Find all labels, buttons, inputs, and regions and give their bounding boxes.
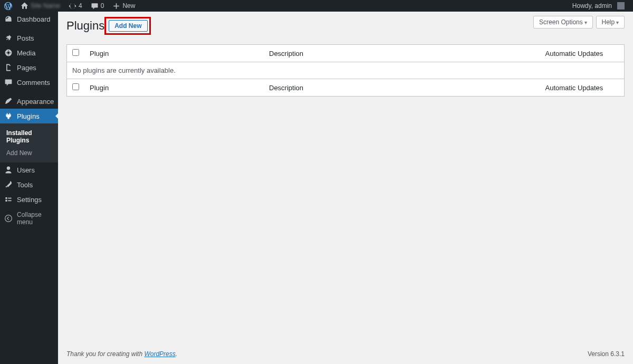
howdy-text: Howdy, admin (572, 2, 612, 9)
admin-footer: Thank you for creating with WordPress. V… (58, 346, 633, 364)
update-icon (69, 2, 76, 10)
plugins-submenu: Installed Plugins Add New (0, 123, 58, 162)
submenu-add-new[interactable]: Add New (0, 147, 58, 159)
submenu-installed-plugins[interactable]: Installed Plugins (0, 127, 58, 147)
sidebar-item-label: Tools (17, 181, 33, 189)
comment-icon (4, 78, 13, 87)
pin-icon (4, 34, 13, 42)
updates-link[interactable]: 4 (64, 0, 87, 12)
plugins-table: Plugin Description Automatic Updates No … (66, 44, 625, 97)
plus-icon (112, 2, 120, 10)
sidebar-item-label: Pages (17, 64, 36, 72)
help-button[interactable]: Help (596, 16, 625, 28)
page-title: Plugins (66, 19, 104, 33)
content-area: Screen Options Help Plugins Add New Plug… (58, 12, 633, 364)
col-auto-footer[interactable]: Automatic Updates (540, 79, 625, 97)
wp-logo[interactable] (0, 0, 16, 12)
highlight-annotation: Add New (104, 17, 150, 35)
plugin-icon (4, 112, 13, 120)
site-link[interactable]: Site Name (16, 0, 64, 12)
footer-thanks-post: . (176, 350, 177, 358)
new-label: New (122, 2, 135, 9)
dashboard-icon (4, 15, 13, 23)
admin-sidebar: Dashboard Posts Media Pages Comments App… (0, 12, 58, 364)
settings-icon (4, 195, 13, 204)
select-all-header (67, 45, 85, 62)
media-icon (4, 49, 13, 57)
avatar (617, 2, 625, 9)
col-description-header[interactable]: Description (264, 45, 540, 62)
select-all-checkbox-bottom[interactable] (72, 83, 79, 90)
collapse-menu[interactable]: Collapse menu (0, 207, 58, 230)
collapse-icon (4, 214, 13, 223)
wrench-icon (4, 180, 13, 189)
sidebar-item-settings[interactable]: Settings (0, 192, 58, 207)
sidebar-item-pages[interactable]: Pages (0, 60, 58, 75)
sidebar-item-appearance[interactable]: Appearance (0, 94, 58, 109)
brush-icon (4, 97, 13, 106)
pages-icon (4, 63, 13, 72)
col-auto-header[interactable]: Automatic Updates (540, 45, 625, 62)
svg-point-0 (5, 215, 12, 222)
col-plugin-header[interactable]: Plugin (84, 45, 264, 62)
user-icon (4, 166, 13, 174)
sidebar-item-label: Posts (17, 34, 34, 42)
col-description-footer[interactable]: Description (264, 79, 540, 97)
col-plugin-footer[interactable]: Plugin (84, 79, 264, 97)
sidebar-item-label: Plugins (17, 112, 40, 120)
footer-wordpress-link[interactable]: WordPress (144, 350, 175, 358)
wordpress-icon (4, 2, 12, 10)
sidebar-item-plugins[interactable]: Plugins (0, 109, 58, 123)
select-all-checkbox-top[interactable] (72, 49, 79, 56)
footer-version: Version 6.3.1 (588, 350, 625, 358)
sidebar-item-label: Appearance (17, 98, 54, 106)
sidebar-item-users[interactable]: Users (0, 162, 58, 177)
footer-thanks-pre: Thank you for creating with (66, 350, 144, 358)
comments-count: 0 (101, 2, 104, 9)
new-content-link[interactable]: New (108, 0, 139, 12)
updates-count: 4 (79, 2, 82, 9)
sidebar-item-posts[interactable]: Posts (0, 31, 58, 45)
empty-message: No plugins are currently available. (67, 62, 625, 79)
admin-bar: Site Name 4 0 New Howdy, admin (0, 0, 633, 12)
account-link[interactable]: Howdy, admin (568, 0, 629, 12)
site-name-text: Site Name (31, 2, 60, 9)
sidebar-item-dashboard[interactable]: Dashboard (0, 12, 58, 26)
sidebar-item-label: Settings (17, 196, 42, 204)
sidebar-item-label: Users (17, 166, 35, 174)
comments-link[interactable]: 0 (87, 0, 109, 12)
sidebar-item-label: Dashboard (17, 15, 51, 23)
sidebar-item-label: Comments (17, 79, 50, 87)
select-all-footer (67, 79, 85, 97)
sidebar-item-tools[interactable]: Tools (0, 177, 58, 192)
home-icon (21, 2, 28, 10)
sidebar-item-label: Media (17, 49, 35, 57)
add-new-button[interactable]: Add New (109, 20, 147, 32)
screen-options-button[interactable]: Screen Options (533, 16, 593, 28)
sidebar-item-comments[interactable]: Comments (0, 75, 58, 90)
comment-icon (91, 2, 99, 10)
collapse-label: Collapse menu (17, 211, 54, 226)
sidebar-item-media[interactable]: Media (0, 45, 58, 60)
